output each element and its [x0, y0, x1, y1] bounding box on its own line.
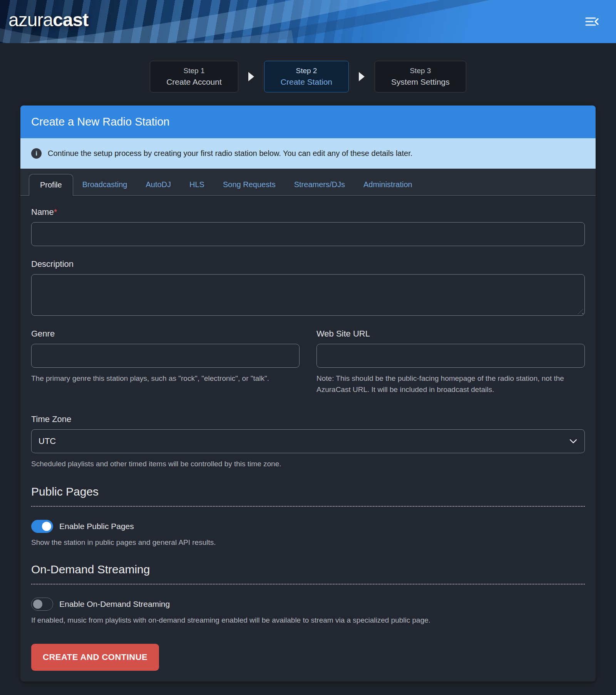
step-number: Step 1 — [166, 67, 222, 75]
step-2-create-station: Step 2 Create Station — [264, 61, 349, 92]
page: azuracast Step 1 Create Account Step 2 C… — [0, 0, 616, 695]
on-demand-help: If enabled, music from playlists with on… — [31, 616, 585, 625]
timezone-selected-value: UTC — [38, 436, 56, 446]
toggle-knob — [42, 522, 51, 531]
header-arc-decoration — [0, 0, 616, 43]
website-url-input[interactable] — [316, 344, 585, 368]
step-3-system-settings: Step 3 System Settings — [375, 61, 466, 92]
tab-broadcasting[interactable]: Broadcasting — [73, 174, 137, 195]
station-tabs: Profile Broadcasting AutoDJ HLS Song Req… — [20, 169, 596, 196]
logo-text-cast: cast — [53, 10, 88, 30]
info-alert: i Continue the setup process by creating… — [20, 138, 596, 169]
enable-on-demand-label: Enable On-Demand Streaming — [59, 600, 170, 609]
enable-on-demand-toggle[interactable] — [31, 598, 53, 611]
step-1-create-account: Step 1 Create Account — [150, 61, 238, 92]
genre-help: The primary genre this station plays, su… — [31, 373, 300, 384]
tab-autodj[interactable]: AutoDJ — [136, 174, 180, 195]
tab-administration[interactable]: Administration — [354, 174, 422, 195]
tab-profile[interactable]: Profile — [29, 174, 73, 196]
genre-input[interactable] — [31, 344, 300, 368]
menu-open-icon — [584, 15, 600, 28]
profile-tab-panel: Name* Description Genre The primary genr… — [20, 196, 596, 682]
toggle-knob — [33, 600, 42, 609]
name-input[interactable] — [31, 222, 585, 246]
step-title: System Settings — [391, 77, 450, 87]
enable-public-pages-toggle[interactable] — [31, 520, 53, 533]
tab-streamers-djs[interactable]: Streamers/DJs — [285, 174, 354, 195]
enable-public-pages-label: Enable Public Pages — [59, 522, 134, 531]
website-url-label: Web Site URL — [316, 329, 585, 339]
logo-text-azura: azura — [8, 10, 53, 30]
required-asterisk: * — [54, 207, 57, 217]
card-header: Create a New Radio Station — [20, 106, 596, 138]
public-pages-help: Show the station in public pages and gen… — [31, 538, 585, 547]
chevron-down-icon — [569, 438, 578, 445]
sidebar-toggle-button[interactable] — [583, 14, 601, 30]
azuracast-logo[interactable]: azuracast — [8, 9, 88, 30]
card-title: Create a New Radio Station — [31, 116, 585, 128]
info-icon: i — [31, 148, 42, 159]
description-label: Description — [31, 259, 585, 269]
alert-text: Continue the setup process by creating y… — [48, 149, 412, 158]
description-textarea[interactable] — [31, 274, 585, 316]
app-header: azuracast — [0, 0, 616, 43]
tab-hls[interactable]: HLS — [180, 174, 214, 195]
website-url-help: Note: This should be the public-facing h… — [316, 373, 585, 395]
timezone-label: Time Zone — [31, 414, 585, 424]
on-demand-heading: On-Demand Streaming — [31, 563, 585, 576]
step-title: Create Account — [166, 77, 222, 87]
genre-label: Genre — [31, 329, 300, 339]
dotted-divider — [31, 506, 585, 507]
step-number: Step 2 — [281, 67, 332, 75]
create-station-card: Create a New Radio Station i Continue th… — [20, 106, 596, 682]
public-pages-heading: Public Pages — [31, 485, 585, 498]
setup-steps: Step 1 Create Account Step 2 Create Stat… — [0, 61, 616, 92]
name-label: Name* — [31, 207, 585, 217]
arrow-right-icon — [248, 72, 254, 81]
timezone-select[interactable]: UTC — [31, 429, 585, 453]
arrow-right-icon — [359, 72, 365, 81]
tab-song-requests[interactable]: Song Requests — [214, 174, 285, 195]
timezone-help: Scheduled playlists and other timed item… — [31, 459, 585, 470]
dotted-divider — [31, 584, 585, 584]
create-and-continue-button[interactable]: CREATE AND CONTINUE — [31, 644, 159, 671]
step-title: Create Station — [281, 77, 332, 87]
step-number: Step 3 — [391, 67, 450, 75]
